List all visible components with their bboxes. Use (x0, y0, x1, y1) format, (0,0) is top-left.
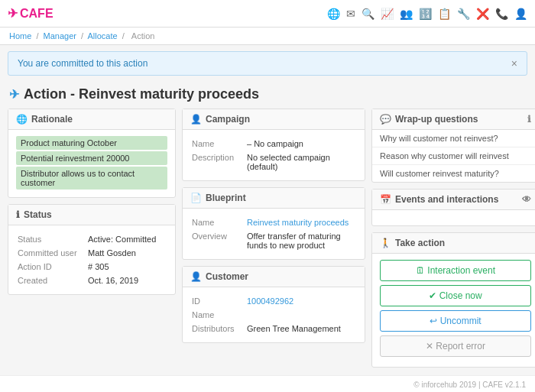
nav-icon-red[interactable]: ❌ (476, 8, 489, 20)
blueprint-body: Name Reinvest maturity proceeds Overview… (183, 209, 365, 259)
blueprint-name-label: Name (192, 216, 245, 228)
status-icon: ℹ (16, 209, 20, 220)
nav-icon-calculator[interactable]: 🔢 (419, 8, 432, 20)
customer-dist-value: Green Tree Management (247, 322, 355, 335)
rationale-icon: 🌐 (16, 114, 28, 125)
report-error-label: Report error (436, 341, 485, 352)
customer-label: Customer (206, 271, 248, 282)
status-table: Status Active: Committed Committed user … (16, 232, 167, 288)
table-row: Status Active: Committed (18, 233, 166, 245)
left-column: 🌐 Rationale Product maturing October Pot… (8, 109, 176, 368)
events-eye-icon[interactable]: 👁 (522, 194, 531, 205)
customer-name-label: Name (192, 309, 245, 321)
report-error-icon: ✕ (426, 341, 433, 352)
take-action-icon: 🚶 (380, 238, 391, 248)
status-field-label: Status (18, 233, 86, 245)
campaign-body: Name – No campaign Description No select… (183, 130, 365, 180)
customer-card: 👤 Customer ID 1000492962 Name (182, 266, 365, 343)
customer-id-label: ID (192, 295, 245, 307)
alert-banner: You are committed to this action × (8, 51, 527, 76)
nav-icon-users[interactable]: 👥 (400, 8, 413, 20)
close-now-icon: ✔ (429, 290, 436, 301)
blueprint-overview-value: Offer transfer of maturing funds to new … (247, 230, 355, 251)
campaign-name-value: – No campaign (247, 138, 355, 150)
status-label: Status (24, 209, 52, 220)
breadcrumb-home[interactable]: Home (9, 31, 31, 40)
blueprint-overview-label: Overview (192, 230, 245, 251)
rationale-item-1: Product maturing October (16, 136, 167, 150)
blueprint-card: 📄 Blueprint Name Reinvest maturity proce… (182, 187, 365, 260)
status-card: ℹ Status Status Active: Committed Commit… (8, 204, 176, 295)
nav-icons: 🌐 ✉ 🔍 📈 👥 🔢 📋 🔧 ❌ 📞 👤 (327, 8, 527, 20)
close-now-button[interactable]: ✔ Close now (380, 285, 531, 306)
breadcrumb: Home / Manager / Allocate / Action (0, 28, 535, 45)
wrapup-body: Why will customer not reinvest? Reason w… (372, 130, 535, 182)
blueprint-name-value: Reinvest maturity proceeds (247, 216, 355, 228)
customer-header: 👤 Customer (183, 267, 365, 287)
alert-close-button[interactable]: × (511, 57, 517, 70)
customer-dist-label: Distributors (192, 322, 245, 335)
wrapup-label: Wrap-up questions (395, 114, 478, 125)
customer-id-link[interactable]: 1000492962 (247, 296, 293, 306)
campaign-table: Name – No campaign Description No select… (190, 136, 357, 174)
nav-icon-globe[interactable]: 🌐 (327, 8, 340, 20)
blueprint-table: Name Reinvest maturity proceeds Overview… (190, 215, 357, 253)
campaign-name-label: Name (192, 138, 245, 150)
table-row: Name Reinvest maturity proceeds (192, 216, 355, 228)
page-title-icon: ✈ (9, 87, 19, 102)
uncommit-icon: ↩ (430, 316, 437, 326)
wrapup-item-1: Why will customer not reinvest? (372, 130, 535, 147)
right-column: 💬 Wrap-up questions ℹ Why will customer … (371, 109, 535, 368)
interaction-event-label: Interaction event (427, 265, 495, 276)
interaction-event-icon: 🗓 (416, 265, 425, 276)
rationale-item-2: Potential reinvestment 20000 (16, 151, 167, 165)
logo: ✈ CAFE (8, 6, 54, 21)
wrapup-card: 💬 Wrap-up questions ℹ Why will customer … (371, 109, 535, 183)
customer-table: ID 1000492962 Name Distributors Green Tr… (190, 293, 357, 336)
events-icon: 📅 (380, 194, 391, 205)
rationale-card: 🌐 Rationale Product maturing October Pot… (8, 109, 176, 198)
take-action-card: 🚶 Take action 🗓 Interaction event ✔ Clos… (371, 232, 535, 368)
events-label: Events and interactions (395, 194, 498, 205)
nav-icon-mail[interactable]: ✉ (346, 8, 355, 20)
alert-text: You are committed to this action (18, 58, 148, 69)
action-id-label: Action ID (18, 261, 86, 273)
created-value: Oct. 16, 2019 (88, 274, 166, 287)
uncommit-label: Uncommit (440, 316, 481, 326)
customer-name-value (247, 309, 355, 321)
interaction-event-button[interactable]: 🗓 Interaction event (380, 260, 531, 281)
committed-user-value: Matt Gosden (88, 247, 166, 259)
table-row: ID 1000492962 (192, 295, 355, 307)
take-action-label: Take action (395, 238, 445, 248)
breadcrumb-allocate[interactable]: Allocate (88, 31, 118, 40)
nav-icon-wrench[interactable]: 🔧 (457, 8, 470, 20)
table-row: Name – No campaign (192, 138, 355, 150)
events-card: 📅 Events and interactions 👁 (371, 189, 535, 226)
uncommit-button[interactable]: ↩ Uncommit (380, 310, 531, 332)
logo-text: CAFE (20, 7, 54, 21)
wrapup-icon: 💬 (380, 114, 391, 125)
report-error-button[interactable]: ✕ Report error (380, 335, 531, 357)
take-action-body: 🗓 Interaction event ✔ Close now ↩ Uncomm… (372, 254, 535, 367)
blueprint-header: 📄 Blueprint (183, 188, 365, 209)
middle-column: 👤 Campaign Name – No campaign Descriptio… (182, 109, 365, 368)
blueprint-name-link[interactable]: Reinvest maturity proceeds (247, 218, 349, 227)
rationale-header: 🌐 Rationale (8, 109, 175, 130)
customer-body: ID 1000492962 Name Distributors Green Tr… (183, 287, 365, 342)
nav-icon-phone[interactable]: 📞 (495, 8, 508, 20)
rationale-item-3: Distributor allows us to contact custome… (16, 167, 167, 190)
status-header: ℹ Status (8, 205, 175, 225)
breadcrumb-action: Action (131, 31, 155, 40)
top-nav: ✈ CAFE 🌐 ✉ 🔍 📈 👥 🔢 📋 🔧 ❌ 📞 👤 (0, 0, 535, 28)
nav-icon-chart[interactable]: 📈 (381, 8, 394, 20)
created-label: Created (18, 274, 86, 287)
campaign-label: Campaign (206, 114, 250, 125)
breadcrumb-manager[interactable]: Manager (44, 31, 76, 40)
nav-icon-user[interactable]: 👤 (514, 8, 527, 20)
nav-icon-grid[interactable]: 📋 (438, 8, 451, 20)
campaign-icon: 👤 (190, 114, 202, 125)
nav-icon-search[interactable]: 🔍 (362, 8, 374, 20)
customer-id-value: 1000492962 (247, 295, 355, 307)
wrapup-info-icon: ℹ (527, 114, 531, 125)
events-header: 📅 Events and interactions 👁 (372, 190, 535, 210)
